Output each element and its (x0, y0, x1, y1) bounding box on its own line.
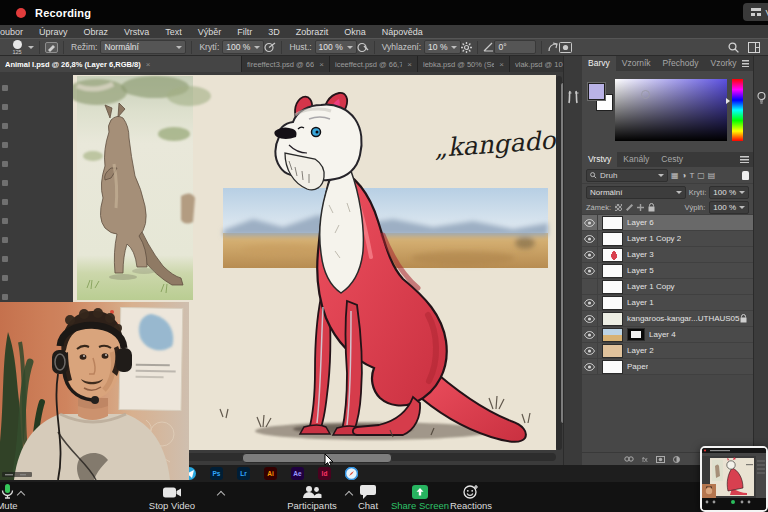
layer-name[interactable]: Layer 6 (627, 218, 654, 227)
dock-icon-lightroom[interactable]: Lr (237, 467, 250, 480)
layer-name[interactable]: Layer 4 (649, 330, 676, 339)
close-tab-icon[interactable]: × (499, 60, 504, 69)
flow-select[interactable]: 100 % (315, 40, 357, 54)
layer-row[interactable]: Layer 2 (582, 343, 753, 359)
search-icon[interactable] (728, 42, 739, 53)
lock-transparency-icon[interactable] (615, 204, 622, 211)
layer-row[interactable]: Layer 1 Copy (582, 279, 753, 295)
add-mask-icon[interactable] (656, 456, 665, 463)
menu-item-1[interactable]: Úpravy (31, 27, 76, 37)
document-tab[interactable]: lebka.psd @ 50% (Selektiv... × (418, 56, 510, 72)
stop-video-button[interactable]: Stop Video (120, 484, 224, 511)
document-tab[interactable]: fireeffect3.psd @ 66,7% (L... × (242, 56, 330, 72)
screen-share-preview[interactable] (700, 446, 768, 512)
learn-panel-strip[interactable] (753, 56, 768, 465)
filter-toggle-icon[interactable] (742, 171, 749, 180)
menu-item-0[interactable]: Soubor (0, 27, 31, 37)
layer-name[interactable]: Paper (627, 362, 648, 371)
document-tab[interactable]: Animal I.psd @ 26,8% (Layer 6,RGB/8) × (0, 56, 242, 72)
document-tab[interactable]: vlak.psd @ 100% (Group 1... × (510, 56, 563, 72)
lock-position-icon[interactable] (637, 204, 644, 211)
layer-visibility-toggle[interactable] (582, 343, 598, 358)
layer-row[interactable]: Paper (582, 359, 753, 375)
workspace-icon[interactable] (748, 42, 760, 53)
video-options-caret[interactable] (218, 490, 225, 497)
layer-row[interactable]: Layer 1 Copy 2 (582, 231, 753, 247)
dock-icon-indesign[interactable]: Id (318, 467, 331, 480)
layer-visibility-toggle[interactable] (582, 215, 598, 230)
filter-pixel-icon[interactable]: ▦ (671, 171, 679, 181)
menu-item-9[interactable]: Okna (336, 27, 374, 37)
dock-icon-safari[interactable] (345, 467, 358, 480)
blend-mode-select[interactable]: Normální (100, 40, 186, 54)
layer-row[interactable]: kangaroos-kangar...UTHAUS0519 Copy (582, 311, 753, 327)
layer-thumbnail[interactable] (602, 344, 623, 358)
layer-thumbnail[interactable] (602, 248, 623, 262)
colors-panel[interactable] (582, 71, 753, 151)
panel-tab-kanály[interactable]: Kanály (617, 152, 655, 167)
layer-thumbnail[interactable] (602, 360, 623, 374)
layer-thumbnail[interactable] (602, 280, 623, 294)
airbrush-icon[interactable] (357, 42, 369, 53)
layer-visibility-toggle[interactable] (582, 311, 598, 326)
adjustment-layer-icon[interactable] (673, 456, 680, 463)
layer-visibility-toggle[interactable] (582, 279, 598, 294)
visibility-eye-icon[interactable] (584, 363, 595, 371)
view-button[interactable]: View (743, 3, 768, 21)
menu-item-2[interactable]: Obraz (76, 27, 117, 37)
mute-button[interactable]: Mute (0, 484, 34, 511)
layer-mask-thumbnail[interactable] (627, 328, 645, 341)
layer-name[interactable]: Layer 1 Copy (627, 282, 675, 291)
layer-name[interactable]: kangaroos-kangar...UTHAUS0519 Copy (627, 314, 740, 323)
collapsed-panel-dock[interactable] (563, 56, 584, 465)
dock-icon-after-effects[interactable]: Ae (291, 467, 304, 480)
close-tab-icon[interactable]: × (319, 60, 324, 69)
visibility-eye-icon[interactable] (584, 315, 595, 323)
document-tab[interactable]: iceeffect.psd @ 66,7% (Vrs... × (330, 56, 418, 72)
menu-item-8[interactable]: Zobrazit (288, 27, 337, 37)
hue-slider-marker[interactable] (726, 98, 730, 104)
panel-menu-icon[interactable] (740, 156, 749, 163)
link-layers-icon[interactable] (624, 456, 634, 462)
layer-visibility-toggle[interactable] (582, 359, 598, 374)
menu-item-7[interactable]: 3D (260, 27, 288, 37)
menu-item-5[interactable]: Výběr (190, 27, 230, 37)
visibility-eye-icon[interactable] (584, 267, 595, 275)
panel-menu-icon[interactable] (742, 60, 749, 67)
panel-tab-vzorky[interactable]: Vzorky (704, 56, 742, 71)
opacity-select[interactable]: 100 % (222, 40, 264, 54)
layer-thumbnail[interactable] (602, 328, 623, 342)
panel-tab-barvy[interactable]: Barvy (582, 56, 616, 71)
visibility-eye-icon[interactable] (584, 331, 595, 339)
menu-item-3[interactable]: Vrstva (116, 27, 157, 37)
menu-item-4[interactable]: Text (157, 27, 190, 37)
saturation-brightness-box[interactable] (615, 79, 727, 141)
filter-smart-object-icon[interactable]: ▤ (708, 171, 716, 181)
layer-visibility-toggle[interactable] (582, 327, 598, 342)
layer-filter-select[interactable]: Druh (586, 169, 668, 182)
panel-tab-vrstvy[interactable]: Vrstvy (582, 152, 617, 167)
layer-row[interactable]: Layer 1 (582, 295, 753, 311)
participants-button[interactable]: Participants (275, 484, 349, 511)
layer-blend-mode-select[interactable]: Normální (586, 186, 686, 199)
menu-item-6[interactable]: Filtr (229, 27, 260, 37)
filter-adjustment-icon[interactable]: ◑ (682, 171, 687, 181)
layer-name[interactable]: Layer 5 (627, 266, 654, 275)
layer-name[interactable]: Layer 2 (627, 346, 654, 355)
filter-type-icon[interactable]: T (689, 171, 694, 181)
brush-tip-icon[interactable]: 125 (6, 40, 28, 55)
layer-thumbnail[interactable] (602, 312, 623, 326)
lock-pixels-icon[interactable] (626, 204, 633, 211)
layer-thumbnail[interactable] (602, 296, 623, 310)
panel-tab-cesty[interactable]: Cesty (655, 152, 689, 167)
reactions-button[interactable]: Reactions (440, 484, 502, 511)
layer-name[interactable]: Layer 1 (627, 298, 654, 307)
layer-name[interactable]: Layer 3 (627, 250, 654, 259)
layer-visibility-toggle[interactable] (582, 231, 598, 246)
angle-input[interactable]: 0° (494, 40, 536, 54)
scrollbar-thumb[interactable] (242, 453, 392, 463)
brush-preset-icon[interactable] (45, 42, 58, 53)
layer-row[interactable]: Layer 5 (582, 263, 753, 279)
visibility-eye-icon[interactable] (584, 299, 595, 307)
close-tab-icon[interactable]: × (146, 60, 151, 69)
